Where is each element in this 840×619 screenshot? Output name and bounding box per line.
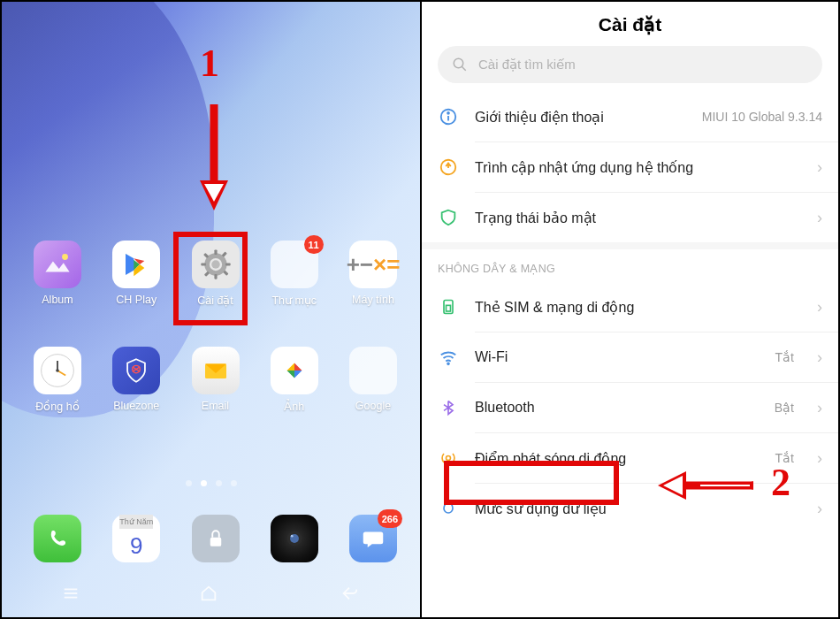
nav-back-icon[interactable] [338,584,361,607]
annotation-highlight-2 [444,461,619,505]
album-icon [34,241,81,288]
chevron-right-icon: › [817,158,822,177]
dock-camera[interactable] [263,515,325,562]
dock-calendar[interactable]: Thứ Năm 9 [105,515,167,562]
chevron-right-icon: › [817,209,822,227]
item-label: Trình cập nhật ứng dụng hệ thống [475,159,794,176]
svg-point-34 [447,456,451,461]
item-label: Trạng thái bảo mật [475,210,794,226]
app-label: Album [42,294,73,306]
dock: Thứ Năm 9 266 [27,515,404,562]
search-input[interactable]: Cài đặt tìm kiếm [438,46,822,83]
annotation-arrow-left-icon [653,469,759,502]
app-album[interactable]: Album [27,241,88,307]
app-label: Google [355,400,391,412]
app-calculator[interactable]: +−×= Máy tính [342,241,404,307]
svg-line-26 [462,66,466,71]
bluezone-icon [112,347,160,394]
lock-icon [192,515,240,562]
chevron-right-icon: › [817,449,822,468]
item-value: Tắt [775,350,794,364]
camera-icon [271,515,318,562]
bluetooth-icon [438,397,459,418]
app-row-2: Đồng hồ Bluezone Email Ảnh [27,347,404,413]
app-label: Email [202,400,229,412]
phone-icon [34,515,81,562]
svg-point-15 [56,369,59,372]
annotation-number-1: 1 [200,41,219,86]
shield-icon [438,207,459,228]
settings-item-wifi[interactable]: Wi-Fi Tắt › [422,332,838,382]
app-label: CH Play [116,294,157,306]
chevron-right-icon: › [817,348,822,367]
android-navbar [2,580,420,610]
sim-icon [438,296,459,317]
annotation-number-2: 2 [771,460,790,505]
play-store-icon [112,241,160,288]
app-photos[interactable]: Ảnh [263,347,325,413]
dock-phone[interactable] [27,515,88,562]
app-clock[interactable]: Đồng hồ [27,347,88,413]
settings-item-sim[interactable]: Thẻ SIM & mạng di động › [422,282,838,332]
update-icon [438,157,459,178]
svg-point-33 [447,363,449,364]
badge: 266 [378,509,402,528]
message-icon: 266 [349,515,397,562]
info-icon [438,106,459,127]
page-indicator [2,480,420,486]
calendar-date: 9 [130,529,142,562]
clock-icon [34,347,81,394]
svg-rect-32 [447,305,451,311]
photos-icon [271,347,318,394]
settings-item-bluetooth[interactable]: Bluetooth Bật › [422,383,838,432]
annotation-highlight-1 [173,232,248,325]
chevron-right-icon: › [817,399,822,417]
settings-screen: Cài đặt Cài đặt tìm kiếm Giới thiệu điện… [420,2,838,617]
app-label: Bluezone [113,400,159,412]
item-label: Wi-Fi [475,349,760,365]
svg-rect-18 [210,538,221,546]
item-value: MIUI 10 Global 9.3.14 [702,110,822,124]
chevron-right-icon: › [817,500,822,518]
svg-point-0 [62,254,68,260]
nav-menu-icon[interactable] [61,584,80,607]
svg-point-21 [291,535,294,538]
chevron-right-icon: › [817,298,822,317]
calculator-icon: +−×= [349,241,397,288]
item-value: Bật [775,401,794,415]
search-placeholder: Cài đặt tìm kiếm [478,57,576,73]
settings-item-update[interactable]: Trình cập nhật ứng dụng hệ thống › [422,142,838,192]
calendar-icon: Thứ Năm 9 [112,515,160,562]
app-label: Máy tính [352,294,394,306]
settings-item-about[interactable]: Giới thiệu điện thoại MIUI 10 Global 9.3… [422,92,838,141]
app-email[interactable]: Email [185,347,247,413]
svg-point-25 [454,58,463,68]
app-label: Đồng hồ [35,400,79,413]
item-label: Thẻ SIM & mạng di động [475,299,794,316]
search-icon [452,57,468,73]
app-label: Ảnh [284,400,304,413]
item-label: Giới thiệu điện thoại [475,109,686,126]
page-title: Cài đặt [422,2,838,46]
app-chplay[interactable]: CH Play [105,241,167,307]
app-google-folder[interactable]: Google [342,347,404,413]
folder-icon: 11 [271,241,318,288]
folder-icon [349,347,397,394]
annotation-arrow-down-icon [196,99,232,214]
wifi-icon [438,347,459,368]
dock-lock[interactable] [185,515,247,562]
app-bluezone[interactable]: Bluezone [105,347,167,413]
nav-home-icon[interactable] [199,584,218,607]
app-folder[interactable]: 11 Thư mục [263,241,325,307]
item-label: Bluetooth [475,400,759,416]
calendar-day: Thứ Năm [119,515,153,529]
section-header: KHÔNG DÂY & MẠNG [422,249,838,282]
svg-point-29 [447,112,449,114]
app-label: Thư mục [271,294,317,307]
email-icon [192,347,240,394]
dock-messages[interactable]: 266 [342,515,404,562]
settings-item-security[interactable]: Trạng thái bảo mật › [422,193,838,242]
badge: 11 [304,235,324,254]
